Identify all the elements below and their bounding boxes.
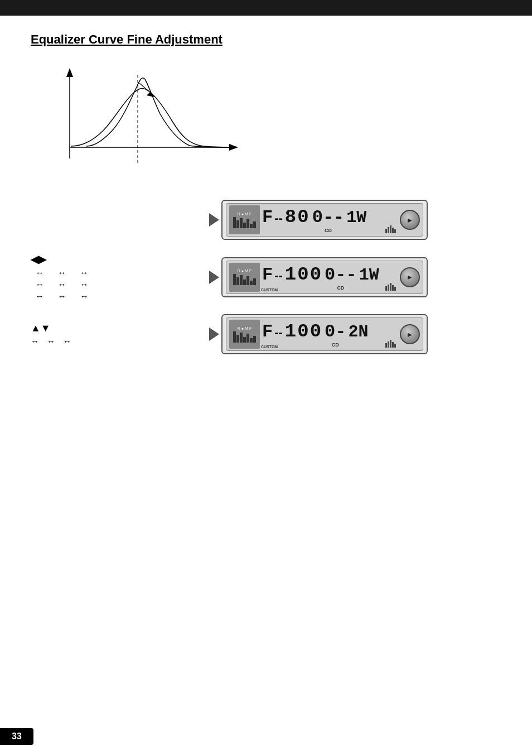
svg-marker-1 — [66, 68, 73, 77]
display-wrapper-1: R●MF — [209, 200, 428, 240]
page-title: Equalizer Curve Fine Adjustment — [31, 32, 501, 47]
lcd-q-section-1: 0-- CD — [312, 207, 345, 233]
lcd-freq-2: 100 — [285, 264, 322, 285]
grid-arrow-2-6: ↔ — [75, 280, 93, 289]
grid-arrow-2-9: ↔ — [75, 291, 93, 301]
display-text-2: F -- 100 0-- CD 1W — [262, 264, 398, 291]
grid-arrows-2: ↔ ↔ ↔ ↔ ↔ ↔ ↔ ↔ ↔ — [31, 268, 93, 301]
lcd-freq-1: 80 — [285, 206, 310, 228]
display-wrapper-2: R●MF — [209, 257, 428, 297]
display-inner-1: R●MF — [226, 203, 423, 237]
row-arrows-3: ↔ ↔ ↔ — [31, 336, 71, 346]
display-text-1: F -- 80 0-- CD 1W — [262, 206, 398, 233]
lcd-f-label-3: F — [262, 321, 272, 342]
lr-arrows-2: ◀▶ — [31, 253, 46, 266]
grid-arrow-2-5: ↔ — [53, 280, 71, 289]
lcd-gain-1: 1W — [346, 208, 366, 227]
grid-arrow-2-8: ↔ — [53, 291, 71, 301]
instruction-right-1: R●MF — [209, 200, 501, 240]
display-wrapper-3: R●MF — [209, 314, 428, 354]
lcd-q-1: 0-- — [312, 207, 345, 228]
grid-arrow-2-7: ↔ — [31, 291, 49, 301]
display-arrow-1 — [209, 213, 219, 227]
grid-arrow-2-2: ↔ — [53, 268, 71, 277]
lcd-q-section-3: 0- CD — [325, 321, 346, 348]
grid-arrow-2-4: ↔ — [31, 280, 49, 289]
display-spectrum-1: R●MF — [229, 205, 260, 234]
lcd-gain-2: 1W — [359, 266, 379, 285]
lcd-gain-3: 2N — [348, 322, 368, 341]
instruction-row-2: ◀▶ ↔ ↔ ↔ ↔ ↔ ↔ ↔ ↔ ↔ — [31, 253, 501, 301]
display-unit-1: R●MF — [221, 200, 428, 240]
custom-label-3: CUSTOM — [261, 345, 278, 349]
grid-arrow-2-1: ↔ — [31, 268, 49, 277]
grid-arrow-2-3: ↔ — [75, 268, 93, 277]
display-unit-2: R●MF — [221, 257, 428, 297]
display-knob-1[interactable] — [400, 210, 420, 230]
lcd-q-2: 0-- — [325, 264, 357, 285]
display-text-3: F -- 100 0- CD 2N — [262, 321, 398, 348]
row-arrow-3-3: ↔ — [63, 336, 71, 346]
header-bar — [0, 0, 532, 16]
lcd-freq-3: 100 — [285, 321, 322, 342]
lcd-dash-1: -- — [274, 211, 283, 225]
lcd-cd-1: CD — [325, 228, 332, 233]
display-unit-3: R●MF — [221, 314, 428, 354]
lcd-f-label-2: F — [262, 264, 272, 285]
display-spectrum-2: R●MF — [229, 263, 260, 292]
instruction-right-2: R●MF — [209, 257, 501, 297]
lcd-f-label-1: F — [262, 207, 272, 228]
lcd-dash-3: -- — [274, 325, 283, 340]
row-arrow-3-1: ↔ — [31, 336, 39, 346]
row-arrow-3-2: ↔ — [47, 336, 55, 346]
page-number: 33 — [0, 728, 33, 745]
display-inner-3: R●MF — [226, 317, 423, 351]
main-content: Equalizer Curve Fine Adjustment — [0, 16, 532, 379]
instruction-left-3: ▲▼ ↔ ↔ ↔ — [31, 322, 187, 346]
graph-section — [31, 64, 501, 175]
volume-bar-2 — [385, 283, 396, 291]
display-knob-3[interactable] — [400, 324, 420, 344]
updown-arrows-3: ▲▼ — [31, 322, 51, 334]
svg-marker-6 — [147, 92, 154, 97]
instruction-rows: R●MF — [31, 198, 501, 357]
display-arrow-2 — [209, 271, 219, 284]
instruction-row-3: ▲▼ ↔ ↔ ↔ R●MF — [31, 312, 501, 357]
instruction-left-2: ◀▶ ↔ ↔ ↔ ↔ ↔ ↔ ↔ ↔ ↔ — [31, 253, 187, 301]
custom-label-2: CUSTOM — [261, 288, 278, 292]
lcd-dash-2: -- — [274, 268, 283, 283]
lcd-q-3: 0- — [325, 321, 346, 342]
display-arrow-3 — [209, 328, 219, 341]
volume-bar-1 — [385, 225, 396, 233]
lcd-cd-2: CD — [337, 285, 344, 291]
lcd-cd-3: CD — [332, 342, 339, 348]
lcd-q-section-2: 0-- CD — [325, 264, 357, 291]
display-spectrum-3: R●MF — [229, 320, 260, 349]
instruction-row-1: R●MF — [31, 198, 501, 242]
display-knob-2[interactable] — [400, 267, 420, 287]
volume-bar-3 — [385, 340, 396, 348]
eq-graph — [31, 64, 243, 175]
instruction-right-3: R●MF — [209, 314, 501, 354]
display-inner-2: R●MF — [226, 261, 423, 294]
